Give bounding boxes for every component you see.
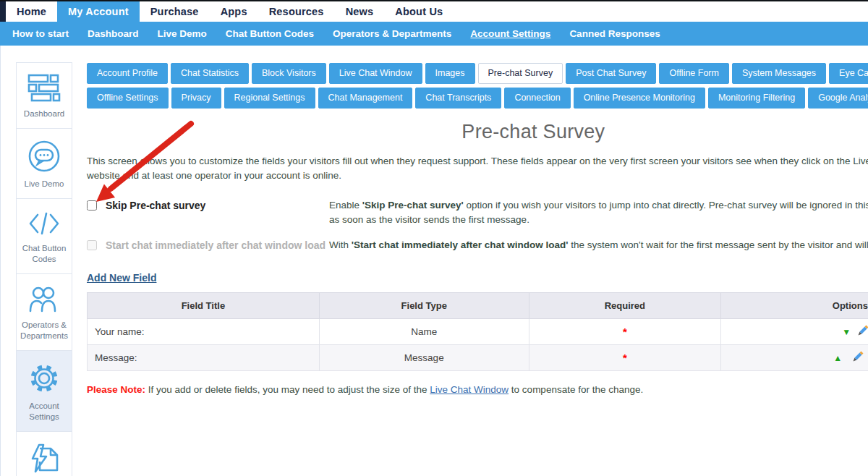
tab-regional-settings[interactable]: Regional Settings (224, 88, 315, 109)
tab-privacy[interactable]: Privacy (171, 88, 221, 109)
subnav-operators-departments[interactable]: Operators & Departments (323, 28, 461, 39)
tab-images[interactable]: Images (425, 63, 475, 84)
tab-chat-transcripts[interactable]: Chat Transcripts (415, 88, 501, 109)
page-description: This screen allows you to customize the … (87, 154, 868, 184)
tab-eye-catcher[interactable]: Eye Catcher (829, 63, 868, 84)
field-type-cell: Message (319, 345, 529, 371)
top-navigation: Home My Account Purchase Apps Resources … (0, 1, 868, 22)
nav-news[interactable]: News (335, 1, 385, 22)
move-down-icon[interactable]: ▼ (842, 328, 851, 336)
add-new-field-link[interactable]: Add New Field (87, 272, 156, 284)
sidebar-item-label: Account Settings (18, 401, 70, 422)
tab-connection[interactable]: Connection (504, 88, 570, 109)
move-up-icon[interactable]: ▲ (833, 354, 842, 362)
nav-apps[interactable]: Apps (210, 1, 258, 22)
sidebar-item-chat-button-codes[interactable]: Chat Button Codes (16, 198, 72, 274)
tab-online-presence-monitoring[interactable]: Online Presence Monitoring (574, 88, 705, 109)
subnav-dashboard[interactable]: Dashboard (78, 28, 148, 39)
survey-options: Skip Pre-chat survey Enable 'Skip Pre-ch… (87, 198, 868, 254)
col-field-title: Field Title (88, 293, 320, 319)
main-content: Account Profile Chat Statistics Block Vi… (72, 46, 868, 476)
col-required: Required (529, 293, 720, 319)
edit-icon[interactable] (852, 351, 864, 365)
sidebar-item-operators-departments[interactable]: Operators & Departments (16, 273, 72, 351)
window-edge-strip (0, 1, 6, 22)
required-asterisk: * (623, 352, 627, 364)
table-header-row: Field Title Field Type Required Options (88, 293, 868, 319)
tab-pre-chat-survey[interactable]: Pre-chat Survey (478, 63, 563, 84)
tab-live-chat-window[interactable]: Live Chat Window (329, 63, 422, 84)
please-note-label: Please Note: (87, 384, 145, 395)
nav-about-us[interactable]: About Us (384, 1, 454, 22)
code-icon (27, 210, 61, 237)
col-options: Options (720, 293, 868, 319)
sidebar-item-dashboard[interactable]: Dashboard (16, 62, 72, 129)
sidebar-item-canned-responses[interactable]: Canned Responses (16, 431, 72, 476)
canned-responses-icon (27, 443, 61, 475)
tab-post-chat-survey[interactable]: Post Chat Survey (566, 63, 656, 84)
sidebar-item-label: Live Demo (25, 179, 64, 190)
gear-icon (27, 362, 61, 395)
survey-fields-table: Field Title Field Type Required Options … (87, 292, 868, 371)
subnav-account-settings[interactable]: Account Settings (461, 28, 560, 39)
field-title-cell: Your name: (88, 319, 320, 345)
live-demo-icon (27, 140, 61, 173)
start-chat-explanation: With 'Start chat immediately after chat … (329, 238, 868, 253)
skip-prechat-option: Skip Pre-chat survey (87, 198, 329, 228)
edit-icon[interactable] (857, 325, 868, 339)
app-window: Home My Account Purchase Apps Resources … (0, 0, 868, 476)
tab-google-analytics[interactable]: Google Analytics (808, 88, 868, 109)
subnav-how-to-start[interactable]: How to start (3, 28, 78, 39)
start-chat-label: Start chat immediately after chat window… (87, 239, 326, 251)
subnav-chat-button-codes[interactable]: Chat Button Codes (216, 28, 323, 39)
tab-chat-management[interactable]: Chat Management (318, 88, 413, 109)
sidebar: Dashboard Live Demo (16, 63, 72, 476)
skip-prechat-checkbox[interactable] (87, 200, 97, 211)
subnav-live-demo[interactable]: Live Demo (148, 28, 216, 39)
subnav-canned-responses[interactable]: Canned Responses (560, 28, 669, 39)
col-field-type: Field Type (319, 293, 529, 319)
skip-prechat-explanation: Enable 'Skip Pre-chat survey' option if … (329, 198, 868, 228)
operators-icon (27, 285, 61, 314)
settings-tabs-row-1: Account Profile Chat Statistics Block Vi… (87, 63, 868, 84)
tab-monitoring-filtering[interactable]: Monitoring Filtering (708, 88, 805, 109)
tab-account-profile[interactable]: Account Profile (87, 63, 168, 84)
field-title-cell: Message: (88, 345, 320, 371)
tab-system-messages[interactable]: System Messages (732, 63, 826, 84)
field-type-cell: Name (319, 319, 529, 345)
start-chat-option: Start chat immediately after chat window… (87, 238, 329, 253)
tab-block-visitors[interactable]: Block Visitors (252, 63, 326, 84)
settings-tabs-row-2: Offline Settings Privacy Regional Settin… (87, 88, 868, 109)
tab-chat-statistics[interactable]: Chat Statistics (171, 63, 249, 84)
tab-offline-form[interactable]: Offline Form (659, 63, 729, 84)
sidebar-item-label: Operators & Departments (18, 320, 70, 341)
sidebar-item-label: Chat Button Codes (18, 243, 70, 265)
account-sub-navigation: How to start Dashboard Live Demo Chat Bu… (0, 22, 868, 46)
sidebar-item-account-settings[interactable]: Account Settings (16, 350, 72, 432)
please-note: Please Note: If you add or delete fields… (87, 384, 868, 395)
dashboard-icon (27, 74, 61, 103)
tab-offline-settings[interactable]: Offline Settings (87, 88, 169, 109)
nav-purchase[interactable]: Purchase (140, 1, 210, 22)
nav-my-account[interactable]: My Account (57, 1, 140, 22)
live-chat-window-link[interactable]: Live Chat Window (430, 384, 509, 395)
start-chat-checkbox (87, 240, 97, 250)
table-row: Message: Message * ▲ (88, 345, 868, 371)
nav-home[interactable]: Home (6, 1, 57, 22)
sidebar-item-label: Dashboard (24, 109, 64, 119)
table-row: Your name: Name * ▼ (88, 319, 868, 345)
sidebar-item-live-demo[interactable]: Live Demo (16, 128, 72, 199)
nav-resources[interactable]: Resources (258, 1, 335, 22)
required-asterisk: * (623, 326, 627, 338)
skip-prechat-label[interactable]: Skip Pre-chat survey (87, 200, 205, 211)
page-title: Pre-chat Survey (87, 121, 868, 143)
